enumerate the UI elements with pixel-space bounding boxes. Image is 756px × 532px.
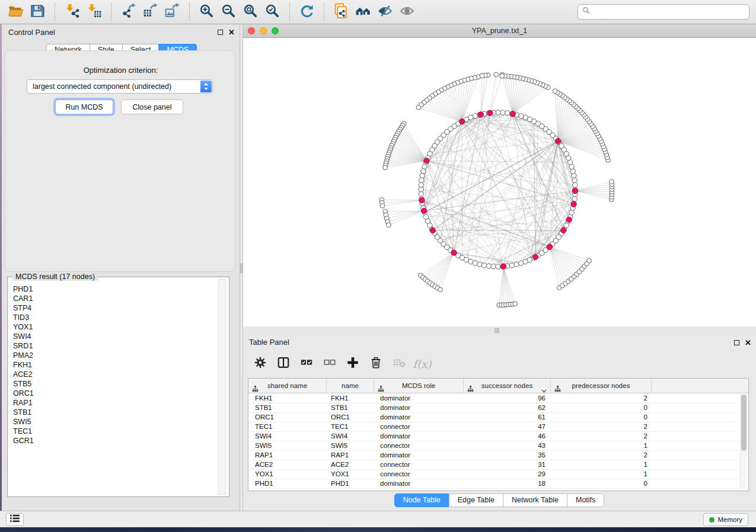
result-node-item[interactable]: FKH1: [13, 360, 216, 370]
result-node-item[interactable]: STB5: [13, 379, 216, 389]
table-row[interactable]: FKH1FKH1dominator962: [248, 394, 739, 403]
run-mcds-button[interactable]: Run MCDS: [55, 100, 113, 114]
export-network-button[interactable]: [117, 1, 139, 23]
network-graph[interactable]: [243, 38, 756, 326]
result-node-item[interactable]: SWI4: [13, 332, 216, 341]
result-node-item[interactable]: PHD1: [13, 284, 216, 294]
float-panel-icon[interactable]: [734, 340, 739, 345]
task-history-button[interactable]: [6, 513, 24, 526]
table-panel-header: Table Panel ✕: [243, 335, 756, 350]
apply-layout-button[interactable]: [296, 1, 318, 23]
zoom-fit-button[interactable]: [240, 1, 261, 23]
close-panel-button[interactable]: Close panel: [121, 100, 183, 114]
table-row[interactable]: TEC1TEC1connector472: [248, 422, 739, 432]
result-node-item[interactable]: RAP1: [13, 398, 216, 408]
scrollbar-thumb[interactable]: [741, 395, 747, 451]
hide-graphics-button[interactable]: [374, 1, 396, 23]
close-panel-icon[interactable]: ✕: [745, 340, 751, 345]
memory-status-icon: [709, 517, 714, 523]
zoom-out-button[interactable]: [218, 1, 240, 23]
table-row[interactable]: SWI5SWI5connector431: [248, 441, 739, 451]
cell: SWI5: [327, 441, 374, 450]
control-panel: Control Panel ✕ NetworkStyleSelectMCDS O…: [2, 24, 240, 511]
tab-network-table[interactable]: Network Table: [503, 493, 567, 507]
search-input[interactable]: [591, 6, 749, 18]
table-row[interactable]: RAP1RAP1dominator352: [248, 451, 739, 460]
cell: 0: [551, 403, 652, 412]
splitter-grip[interactable]: [495, 328, 499, 333]
result-node-item[interactable]: ORC1: [13, 389, 216, 398]
result-node-item[interactable]: STP4: [13, 303, 216, 313]
table-row[interactable]: PHD1PHD1dominator180: [248, 479, 739, 489]
new-network-button[interactable]: [330, 1, 352, 23]
splitter-grip[interactable]: [240, 264, 243, 273]
result-list-scrollbar[interactable]: [218, 279, 226, 495]
close-panel-icon[interactable]: ✕: [228, 30, 235, 35]
column-header-shared-name[interactable]: shared name: [248, 379, 327, 393]
select-all-rows-button[interactable]: [299, 356, 314, 371]
search-field[interactable]: [578, 4, 749, 20]
cell: 29: [464, 470, 551, 479]
cell: 18: [464, 479, 551, 488]
zoom-selected-button[interactable]: [261, 1, 283, 23]
create-column-button[interactable]: [345, 356, 361, 371]
show-column-button[interactable]: [276, 356, 291, 371]
cell: 2: [551, 422, 652, 431]
memory-button[interactable]: Memory: [703, 513, 748, 526]
cell: connector: [374, 422, 464, 431]
export-network-icon: [120, 3, 136, 21]
horizontal-splitter[interactable]: [243, 326, 756, 335]
export-image-button[interactable]: [161, 1, 183, 23]
delete-column-button[interactable]: [368, 356, 384, 371]
home-pages-button[interactable]: [352, 1, 374, 23]
table-panel-tabs: Node TableEdge TableNetwork TableMotifs: [243, 493, 756, 507]
column-header-MCDS-role[interactable]: MCDS role: [374, 379, 464, 393]
float-panel-icon[interactable]: [218, 30, 223, 35]
table-row[interactable]: STB1STB1dominator620: [248, 403, 739, 413]
deselect-all-rows-button[interactable]: [322, 356, 337, 371]
status-bar: Memory: [0, 511, 756, 527]
export-table-button[interactable]: [139, 1, 161, 23]
mcds-result-group: MCDS result (17 nodes) PHD1CAR1STP4TID3Y…: [7, 277, 229, 497]
table-settings-button[interactable]: [253, 356, 268, 371]
column-header-predecessor-nodes[interactable]: predecessor nodes: [551, 379, 652, 393]
result-node-item[interactable]: TID3: [13, 313, 216, 322]
trash-icon: [369, 356, 382, 371]
cell: ORC1: [248, 413, 327, 422]
result-node-item[interactable]: CAR1: [13, 294, 216, 303]
result-node-item[interactable]: GCR1: [13, 436, 216, 446]
result-node-item[interactable]: STB1: [13, 408, 216, 417]
save-session-button[interactable]: [27, 1, 49, 23]
zoom-in-button[interactable]: [196, 1, 218, 23]
cell: dominator: [374, 394, 464, 403]
table-row[interactable]: SWI4SWI4dominator462: [248, 432, 739, 441]
import-table-button[interactable]: [83, 1, 105, 23]
table-scrollbar[interactable]: [740, 395, 747, 489]
houses-icon: [355, 3, 371, 21]
table-row[interactable]: YOX1YOX1connector291: [248, 470, 739, 479]
import-network-button[interactable]: [61, 1, 83, 23]
network-window-titlebar[interactable]: YPA_prune.txt_1: [243, 24, 756, 38]
optimization-criterion-select[interactable]: largest connected component (undirected): [27, 79, 213, 94]
result-node-item[interactable]: ACE2: [13, 370, 216, 379]
cell: 0: [551, 479, 652, 488]
import-network-icon: [64, 3, 80, 21]
mcds-result-list[interactable]: PHD1CAR1STP4TID3YOX1SWI4SRD1PMA2FKH1ACE2…: [8, 280, 216, 495]
result-node-item[interactable]: SWI5: [13, 417, 216, 427]
column-header-successor-nodes[interactable]: successor nodes: [464, 379, 551, 393]
result-node-item[interactable]: PMA2: [13, 351, 216, 360]
open-session-button[interactable]: [5, 1, 27, 23]
table-row[interactable]: ORC1ORC1dominator610: [248, 413, 739, 422]
show-graphics-button[interactable]: [396, 1, 418, 23]
tab-motifs[interactable]: Motifs: [567, 493, 604, 507]
network-view-canvas[interactable]: [243, 38, 756, 326]
optimization-criterion-value: largest connected component (undirected): [33, 82, 171, 91]
column-header-name[interactable]: name: [327, 379, 374, 393]
result-node-item[interactable]: TEC1: [13, 427, 216, 436]
tab-node-table[interactable]: Node Table: [394, 493, 449, 507]
table-row[interactable]: ACE2ACE2connector311: [248, 460, 739, 470]
result-node-item[interactable]: YOX1: [13, 322, 216, 332]
result-node-item[interactable]: SRD1: [13, 341, 216, 351]
tab-edge-table[interactable]: Edge Table: [449, 493, 503, 507]
toolbar-separator: [189, 3, 190, 21]
